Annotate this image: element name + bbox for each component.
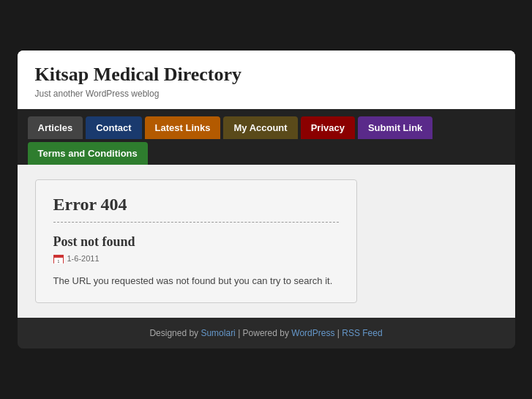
footer-powered-by-text: | Powered by (238, 328, 291, 338)
site-header: Kitsap Medical Directory Just another Wo… (18, 51, 515, 109)
nav-my-account-button[interactable]: My Account (223, 116, 297, 139)
nav-items-bottom: Terms and Conditions (28, 142, 433, 165)
calendar-icon: 1 (53, 254, 64, 264)
nav-articles-button[interactable]: Articles (28, 116, 83, 139)
outer-wrapper: Kitsap Medical Directory Just another Wo… (18, 51, 515, 349)
footer-sumolari-link[interactable]: Sumolari (201, 328, 235, 338)
nav-contact-button[interactable]: Contact (86, 116, 141, 139)
footer-rss-link[interactable]: RSS Feed (342, 328, 382, 338)
nav-row: Articles Contact Latest Links My Account… (28, 116, 433, 165)
post-description: The URL you requested was not found but … (53, 274, 339, 288)
nav-latest-links-button[interactable]: Latest Links (145, 116, 221, 139)
nav-terms-button[interactable]: Terms and Conditions (28, 142, 148, 165)
site-footer: Designed by Sumolari | Powered by WordPr… (18, 318, 515, 348)
nav-items-top: Articles Contact Latest Links My Account… (28, 116, 433, 139)
nav-bar: Articles Contact Latest Links My Account… (18, 109, 515, 165)
footer-designed-by-text: Designed by (149, 328, 201, 338)
nav-privacy-button[interactable]: Privacy (301, 116, 355, 139)
svg-text:1: 1 (57, 259, 59, 264)
site-title: Kitsap Medical Directory (35, 64, 498, 86)
footer-wordpress-link[interactable]: WordPress (291, 328, 334, 338)
site-tagline: Just another WordPress weblog (35, 89, 498, 99)
content-area: Error 404 Post not found 1 1-6-2011 (18, 165, 515, 318)
error-divider (53, 222, 339, 223)
error-title: Error 404 (53, 195, 339, 215)
nav-submit-link-button[interactable]: Submit Link (358, 116, 432, 139)
main-container: Kitsap Medical Directory Just another Wo… (18, 51, 515, 318)
error-box: Error 404 Post not found 1 1-6-2011 (35, 179, 357, 304)
post-title: Post not found (53, 234, 339, 250)
post-date: 1 1-6-2011 (53, 254, 339, 264)
post-date-text: 1-6-2011 (67, 254, 100, 263)
svg-rect-3 (53, 256, 64, 258)
